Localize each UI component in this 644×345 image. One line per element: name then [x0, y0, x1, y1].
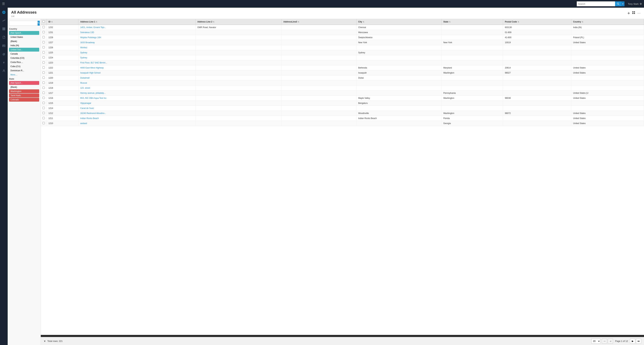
state-filter-item[interactable]: (Not Specif... [9, 81, 39, 85]
col-city[interactable]: City⇅ [356, 19, 442, 25]
row-checkbox-cell[interactable] [41, 121, 47, 126]
row-checkbox-cell[interactable] [41, 116, 47, 121]
address-link[interactable]: asdasd [80, 122, 87, 124]
country-filter-item[interactable]: Cuba (CU) [9, 64, 39, 68]
row-checkbox[interactable] [42, 41, 45, 44]
nav-layers-icon[interactable] [1, 26, 6, 32]
settings-icon[interactable]: ⚙ [640, 2, 642, 5]
row-checkbox[interactable] [42, 117, 45, 119]
state-filter-item[interactable]: Colorado [9, 98, 39, 102]
address-link[interactable]: MVL INC DBA Aqua Test Inc [80, 97, 106, 99]
col-id[interactable]: ID⇅ [47, 19, 78, 25]
country-filter-item[interactable]: Canada [9, 52, 39, 56]
address-link[interactable]: Wojska Polskiego 16H [80, 36, 101, 39]
row-checkbox[interactable] [42, 31, 45, 33]
row-checkbox[interactable] [42, 102, 45, 104]
select-all-checkbox[interactable] [42, 20, 45, 23]
address-link[interactable]: Sydney [80, 52, 87, 54]
country-filter-item[interactable]: Dominican R... [9, 69, 39, 72]
first-page-button[interactable]: ⏮ [602, 339, 607, 344]
nav-file-icon[interactable] [1, 34, 6, 40]
table-scrollbar[interactable] [41, 335, 644, 337]
search-dropdown-button[interactable]: ▼ [621, 2, 624, 6]
row-checkbox[interactable] [42, 122, 45, 124]
address-link[interactable]: Sokratesa 13D [80, 31, 94, 34]
row-checkbox[interactable] [42, 72, 45, 74]
address-link[interactable]: Issaquah High School [80, 72, 100, 74]
page-size-select[interactable]: 20 50 100 [592, 339, 600, 344]
nav-user-icon[interactable] [1, 68, 6, 74]
country-filter-item[interactable]: India (IN) [9, 44, 39, 48]
filter-toggle-button[interactable]: ▼ [44, 340, 46, 342]
address-link[interactable]: 1633 Broadway [80, 41, 94, 44]
address-link[interactable]: 16240 Redmond-Woodinv... [80, 112, 106, 114]
country-filter-item[interactable]: (Not Specif... [9, 31, 39, 35]
row-checkbox-cell[interactable] [41, 45, 47, 50]
row-checkbox[interactable] [42, 112, 45, 114]
row-checkbox[interactable] [42, 36, 45, 38]
search-button[interactable] [615, 2, 621, 6]
country-filter-item[interactable]: (Blank) [9, 40, 39, 43]
more-options-button[interactable]: ⋯ [638, 11, 640, 15]
row-checkbox[interactable] [42, 86, 45, 89]
row-checkbox-cell[interactable] [41, 111, 47, 116]
nav-hash-icon[interactable]: # [1, 60, 6, 65]
row-checkbox-cell[interactable] [41, 101, 47, 106]
state-filter-item[interactable]: Tamil Nadu [9, 94, 39, 98]
filter-search-button[interactable] [38, 21, 40, 26]
row-checkbox-cell[interactable] [41, 50, 47, 55]
address-link[interactable]: 4400 East-West Highway [80, 66, 104, 69]
country-more-link[interactable]: More.... [9, 73, 39, 77]
row-checkbox-cell[interactable] [41, 65, 47, 70]
row-checkbox-cell[interactable] [41, 76, 47, 80]
filter-search-input[interactable] [9, 21, 38, 26]
row-checkbox-cell[interactable] [41, 96, 47, 101]
row-checkbox-cell[interactable] [41, 106, 47, 111]
table-area[interactable]: ID⇅ Address Line 1⇅ Address Line 2⇅ Addr… [41, 19, 644, 335]
col-postal[interactable]: Postal Code⇅ [503, 19, 571, 25]
prev-page-button[interactable]: ◀ [608, 339, 613, 344]
row-checkbox-cell[interactable] [41, 70, 47, 76]
col-addr1[interactable]: Address Line 1⇅ [78, 19, 196, 25]
grid-view-button[interactable] [632, 11, 635, 15]
add-button[interactable]: + [628, 11, 630, 15]
last-page-button[interactable]: ⏭ [636, 339, 641, 344]
row-checkbox[interactable] [42, 66, 45, 69]
row-checkbox[interactable] [42, 56, 45, 58]
row-checkbox[interactable] [42, 76, 45, 79]
nav-image-icon[interactable] [1, 43, 6, 48]
row-checkbox-cell[interactable] [41, 86, 47, 90]
address-link[interactable]: Indian Rocks Beach [80, 117, 99, 120]
row-checkbox[interactable] [42, 107, 45, 109]
next-page-button[interactable]: ▶ [630, 339, 635, 344]
state-filter-item[interactable]: (Blank) [9, 85, 39, 89]
row-checkbox-cell[interactable] [41, 90, 47, 96]
col-addr3[interactable]: AddressLine3⇅ [282, 19, 356, 25]
row-checkbox-cell[interactable] [41, 55, 47, 60]
country-filter-item[interactable]: United Stat... [9, 48, 39, 52]
nav-globe-icon[interactable]: 🌐 [1, 10, 6, 15]
row-checkbox[interactable] [42, 61, 45, 64]
row-checkbox-cell[interactable] [41, 60, 47, 65]
row-checkbox-cell[interactable] [41, 35, 47, 40]
nav-analytics-icon[interactable] [1, 18, 6, 23]
col-state[interactable]: State⇅ [442, 19, 503, 25]
row-checkbox-cell[interactable] [41, 80, 47, 86]
row-checkbox[interactable] [42, 97, 45, 99]
address-link[interactable]: Vijayanagar [80, 102, 91, 104]
col-country[interactable]: Country⇅ [571, 19, 644, 25]
hamburger-icon[interactable]: ☰ [2, 2, 5, 6]
address-link[interactable]: 123. street [80, 87, 90, 89]
select-all-header[interactable] [41, 19, 47, 25]
row-checkbox-cell[interactable] [41, 25, 47, 30]
row-checkbox[interactable] [42, 92, 45, 94]
row-checkbox[interactable] [42, 82, 45, 84]
address-link[interactable]: Canal de Suez [80, 107, 94, 110]
nav-at-icon[interactable]: @ [1, 51, 6, 57]
row-checkbox-cell[interactable] [41, 40, 47, 45]
address-link[interactable]: Sydney [80, 56, 87, 59]
state-filter-item[interactable]: Washington [9, 90, 39, 93]
row-checkbox[interactable] [42, 46, 45, 48]
row-checkbox[interactable] [42, 51, 45, 54]
country-filter-item[interactable]: United States [9, 35, 39, 39]
